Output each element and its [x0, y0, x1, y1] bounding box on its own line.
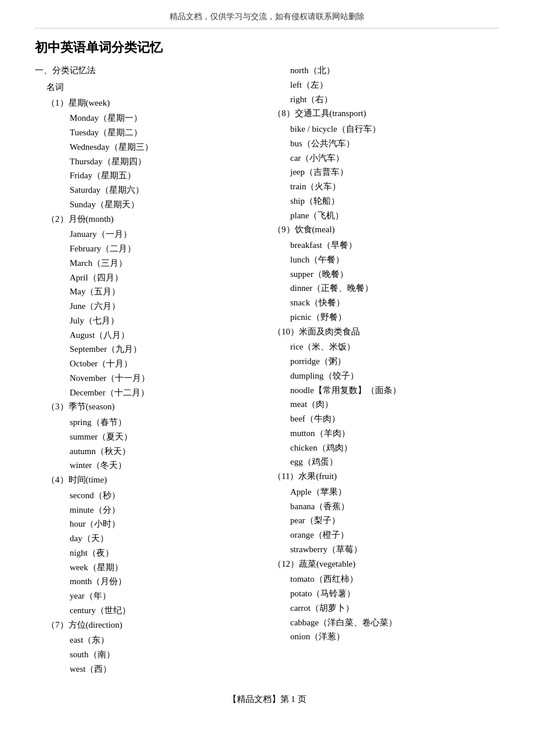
list-item: potato（马铃薯）: [290, 586, 499, 601]
list-item: supper（晚餐）: [290, 267, 499, 282]
transport-list: bike / bicycle（自行车）bus（公共汽车）car（小汽车）jeep…: [267, 122, 499, 222]
list-item: picnic（野餐）: [290, 310, 499, 325]
list-item: January（一月）: [70, 227, 255, 242]
list-item: Apple（苹果）: [290, 485, 499, 499]
list-item: December（十二月）: [70, 386, 255, 400]
list-item: west（西）: [70, 662, 255, 676]
noun-label: 名词: [46, 80, 255, 95]
list-item: March（三月）: [70, 256, 255, 271]
meal-list: breakfast（早餐）lunch（午餐）supper（晚餐）dinner（正…: [267, 238, 499, 325]
right-column: north（北）left（左）right（右） （8）交通工具(transpor…: [255, 63, 499, 676]
list-item: September（九月）: [70, 342, 255, 357]
list-item: plane（飞机）: [290, 208, 499, 223]
list-item: breakfast（早餐）: [290, 238, 499, 253]
list-item: June（六月）: [70, 299, 255, 314]
list-item: orange（橙子）: [290, 528, 499, 542]
food-list: rice（米、米饭）porridge（粥）dumpling（饺子）noodle【…: [267, 340, 499, 469]
left-column: 一、分类记忆法 名词 （1）星期(week) Monday（星期一）Tuesda…: [35, 63, 255, 676]
fruit-list: Apple（苹果）banana（香蕉）pear（梨子）orange（橙子）str…: [267, 485, 499, 557]
cat10-label: （10）米面及肉类食品: [273, 325, 499, 339]
list-item: south（南）: [70, 647, 255, 662]
list-item: rice（米、米饭）: [290, 340, 499, 354]
list-item: carrot（胡萝卜）: [290, 601, 499, 615]
list-item: jeep（吉普车）: [290, 165, 499, 179]
page-title: 初中英语单词分类记忆: [35, 39, 499, 56]
list-item: tomato（西红柿）: [290, 572, 499, 586]
veg-list: tomato（西红柿）potato（马铃薯）carrot（胡萝卜）cabbage…: [267, 572, 499, 644]
footer: 【精品文档】第 1 页: [35, 694, 499, 705]
list-item: April（四月）: [70, 271, 255, 285]
cat3-label: （3）季节(season): [46, 399, 255, 414]
cat9-label: （9）饮食(meal): [273, 222, 499, 237]
list-item: spring（春节）: [70, 415, 255, 430]
list-item: hour（小时）: [70, 517, 255, 531]
list-item: beef（牛肉）: [290, 412, 499, 426]
list-item: October（十月）: [70, 357, 255, 371]
list-item: summer（夏天）: [70, 430, 255, 444]
list-item: bike / bicycle（自行车）: [290, 122, 499, 136]
cat2-label: （2）月份(month): [46, 212, 255, 226]
list-item: train（火车）: [290, 179, 499, 194]
list-item: Monday（星期一）: [70, 111, 255, 125]
list-item: strawberry（草莓）: [290, 542, 499, 557]
cat12-label: （12）蔬菜(vegetable): [273, 557, 499, 571]
list-item: Sunday（星期天）: [70, 197, 255, 212]
direction-extra-list: north（北）left（左）right（右）: [267, 63, 499, 106]
direction-list: east（东）south（南）west（西）: [35, 633, 255, 676]
list-item: noodle【常用复数】（面条）: [290, 383, 499, 398]
list-item: meat（肉）: [290, 397, 499, 412]
list-item: Friday（星期五）: [70, 168, 255, 183]
list-item: year（年）: [70, 589, 255, 603]
list-item: east（东）: [70, 633, 255, 647]
time-list: second（秒）minute（分）hour（小时）day（天）night（夜）…: [35, 488, 255, 618]
list-item: minute（分）: [70, 503, 255, 517]
list-item: pear（梨子）: [290, 513, 499, 528]
list-item: dumpling（饺子）: [290, 369, 499, 383]
list-item: night（夜）: [70, 546, 255, 560]
list-item: day（天）: [70, 531, 255, 546]
week-list: Monday（星期一）Tuesday（星期二）Wednesday（星期三）Thu…: [35, 111, 255, 211]
section1-header: 一、分类记忆法: [35, 63, 255, 78]
list-item: February（二月）: [70, 242, 255, 256]
list-item: mutton（羊肉）: [290, 426, 499, 441]
list-item: century（世纪）: [70, 603, 255, 618]
list-item: egg（鸡蛋）: [290, 455, 499, 469]
list-item: porridge（粥）: [290, 354, 499, 369]
list-item: onion（洋葱）: [290, 629, 499, 644]
list-item: second（秒）: [70, 488, 255, 503]
list-item: Wednesday（星期三）: [70, 140, 255, 154]
cat8-label: （8）交通工具(transport): [273, 106, 499, 121]
list-item: bus（公共汽车）: [290, 136, 499, 151]
watermark: 精品文档，仅供学习与交流，如有侵权请联系网站删除: [35, 12, 499, 28]
season-list: spring（春节）summer（夏天）autumn（秋天）winter（冬天）: [35, 415, 255, 473]
list-item: Tuesday（星期二）: [70, 125, 255, 140]
list-item: week（星期）: [70, 560, 255, 575]
list-item: north（北）: [290, 63, 499, 78]
list-item: November（十一月）: [70, 371, 255, 386]
list-item: cabbage（洋白菜、卷心菜）: [290, 615, 499, 630]
list-item: May（五月）: [70, 285, 255, 299]
list-item: ship（轮船）: [290, 194, 499, 208]
list-item: Thursday（星期四）: [70, 154, 255, 169]
list-item: snack（快餐）: [290, 296, 499, 310]
list-item: left（左）: [290, 78, 499, 92]
list-item: July（七月）: [70, 314, 255, 328]
cat7-label: （7）方位(direction): [46, 618, 255, 632]
list-item: month（月份）: [70, 574, 255, 589]
list-item: banana（香蕉）: [290, 499, 499, 514]
list-item: autumn（秋天）: [70, 444, 255, 459]
list-item: chicken（鸡肉）: [290, 441, 499, 455]
list-item: car（小汽车）: [290, 151, 499, 165]
list-item: lunch（午餐）: [290, 253, 499, 267]
list-item: Saturday（星期六）: [70, 183, 255, 197]
month-list: January（一月）February（二月）March（三月）April（四月…: [35, 227, 255, 399]
list-item: August（八月）: [70, 328, 255, 343]
cat4-label: （4）时间(time): [46, 473, 255, 487]
list-item: winter（冬天）: [70, 458, 255, 473]
cat11-label: （11）水果(fruit): [273, 469, 499, 484]
list-item: right（右）: [290, 92, 499, 107]
cat1-label: （1）星期(week): [46, 96, 255, 110]
list-item: dinner（正餐、晚餐）: [290, 281, 499, 296]
